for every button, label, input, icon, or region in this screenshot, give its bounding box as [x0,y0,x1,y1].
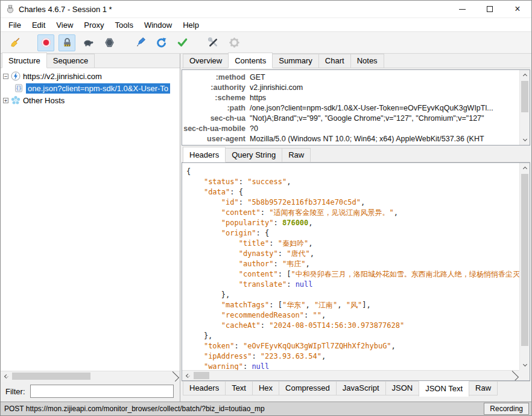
request-header-row[interactable]: sec-ch-ua-mobile?0 [182,123,519,133]
request-view-tabs: HeadersQuery StringRaw [182,147,530,162]
scroll-down-icon[interactable] [520,360,530,370]
tab-request-raw[interactable]: Raw [282,148,311,162]
tree-node-label: Other Hosts [23,96,65,105]
scroll-right-icon[interactable] [169,371,180,382]
status-bar: POST https://mon.zijieapi.com/monitor_br… [1,402,531,415]
scroll-up-icon[interactable] [520,163,530,173]
validate-icon[interactable] [174,34,191,51]
sidebar-tabs: StructureSequence [1,54,180,68]
json-line: "translate": null [186,280,519,290]
tree-node-https-v2-jinrishici-com[interactable]: − https://v2.jinrishici.com [1,70,180,82]
menu-window[interactable]: Window [139,19,177,31]
tab-response-compressed[interactable]: Compressed [279,381,337,395]
menu-view[interactable]: View [51,19,78,31]
breakpoints-icon[interactable] [101,34,118,51]
menu-proxy[interactable]: Proxy [78,19,109,31]
scroll-left-icon[interactable] [1,371,11,382]
request-header-row[interactable]: sec-ch-ua"Not)A;Brand";v="99", "Google C… [182,113,519,123]
json-line: "matchTags": ["华东", "江南", "风"], [186,300,519,310]
tree-node-label: one.json?client=npm-sdk/1.0&X-User-To [26,83,170,94]
request-header-row[interactable]: :authorityv2.jinrishici.com [182,82,519,92]
json-line: "warning": null [186,362,519,370]
tab-response-raw[interactable]: Raw [469,381,498,395]
request-header-row[interactable]: :methodGET [182,72,519,82]
request-headers-panel: :methodGET:authorityv2.jinrishici.com:sc… [182,69,530,146]
json-line: "author": "韦庄", [186,259,519,269]
close-button[interactable]: × [504,1,531,18]
filter-input[interactable] [30,385,174,398]
menu-tools[interactable]: Tools [110,19,139,31]
request-header-row[interactable]: :schemehttps [182,92,519,103]
tab-sequence[interactable]: Sequence [46,54,95,68]
tab-overview[interactable]: Overview [183,54,229,68]
tab-response-json-text[interactable]: JSON Text [419,381,469,397]
menu-help[interactable]: Help [177,19,204,31]
menu-edit[interactable]: Edit [27,19,51,31]
tree-node-one-json-client-npm-sdk-1-0-x-[interactable]: {} one.json?client=npm-sdk/1.0&X-User-To [1,82,180,94]
tab-summary[interactable]: Summary [272,54,319,68]
tab-structure[interactable]: Structure [2,53,47,68]
scrollbar-thumb[interactable] [12,373,90,380]
json-line: "data": { [186,187,519,197]
tab-notes[interactable]: Notes [350,54,384,68]
scroll-right-icon[interactable] [509,371,519,381]
flower-icon [11,95,21,105]
compose-icon[interactable] [131,34,148,51]
request-header-row[interactable]: :path/one.json?client=npm-sdk/1.0&X-User… [182,103,519,113]
collapse-icon[interactable]: − [3,74,8,79]
tab-chart[interactable]: Chart [318,54,351,68]
expand-icon[interactable]: + [3,98,8,103]
scrollbar-thumb[interactable] [521,81,528,112]
tree-node-other-hosts[interactable]: + Other Hosts [1,94,180,106]
tab-contents[interactable]: Contents [228,53,273,68]
sidebar: StructureSequence − https://v2.jinrishic… [1,54,180,402]
scroll-left-icon[interactable] [182,371,192,381]
tab-response-javascript[interactable]: JavaScript [336,381,386,395]
json-line: "token": "eOvFEyvKqQuK3gWIpTl7ZQHhXf2hyb… [186,341,519,351]
repeat-icon[interactable] [153,34,169,51]
json-line: "id": "5b8b9572e116fb3714e70c5d", [186,197,519,208]
throttle-icon[interactable] [80,34,97,51]
json-line: "dynasty": "唐代", [186,249,519,259]
header-value: "Not)A;Brand";v="99", "Google Chrome";v=… [250,114,519,123]
menu-bar: FileEditViewProxyToolsWindowHelp [1,18,531,32]
title-bar: Charles 4.6.7 - Session 1 * × [1,1,531,18]
window-title: Charles 4.6.7 - Session 1 * [19,4,112,14]
tab-response-headers[interactable]: Headers [183,381,226,395]
clear-session-icon[interactable] [7,34,24,51]
header-name: user-agent [182,135,250,143]
tab-response-text[interactable]: Text [225,381,253,395]
response-horizontal-scrollbar[interactable] [182,370,519,380]
request-headers-scrollbar[interactable] [519,70,530,145]
scroll-down-icon[interactable] [520,135,530,145]
menu-file[interactable]: File [3,19,27,31]
header-name: sec-ch-ua [182,114,250,123]
header-name: :scheme [182,94,250,102]
tab-request-query-string[interactable]: Query String [225,148,282,162]
scrollbar-thumb[interactable] [194,372,209,379]
record-icon[interactable] [37,34,54,51]
maximize-button[interactable] [476,1,504,18]
sidebar-horizontal-scrollbar[interactable] [1,371,180,381]
request-header-row[interactable]: user-agentMozilla/5.0 (Windows NT 10.0; … [182,133,519,144]
scrollbar-thumb[interactable] [521,174,528,346]
tools-icon[interactable] [204,34,221,51]
content-tabs: OverviewContentsSummaryChartNotes [182,54,530,68]
scrollbar-corner [519,370,530,380]
content-panel: OverviewContentsSummaryChartNotes :metho… [180,54,531,402]
tab-request-headers[interactable]: Headers [183,147,226,162]
response-view-tabs: HeadersTextHexCompressedJavaScriptJSONJS… [182,381,530,397]
ssl-proxying-icon[interactable] [59,34,75,51]
window-controls: × [448,1,531,18]
scroll-up-icon[interactable] [520,70,530,80]
json-line: "status": "success", [186,177,519,187]
structure-tree: − https://v2.jinrishici.com {} one.json?… [1,68,180,371]
filter-label: Filter: [5,387,25,396]
settings-icon[interactable] [226,34,242,51]
tab-response-hex[interactable]: Hex [252,381,279,395]
response-vertical-scrollbar[interactable] [519,163,530,370]
charles-app-icon [5,4,15,14]
minimize-button[interactable] [448,1,476,18]
tab-response-json[interactable]: JSON [385,381,420,395]
recording-badge[interactable]: Recording [484,403,529,415]
